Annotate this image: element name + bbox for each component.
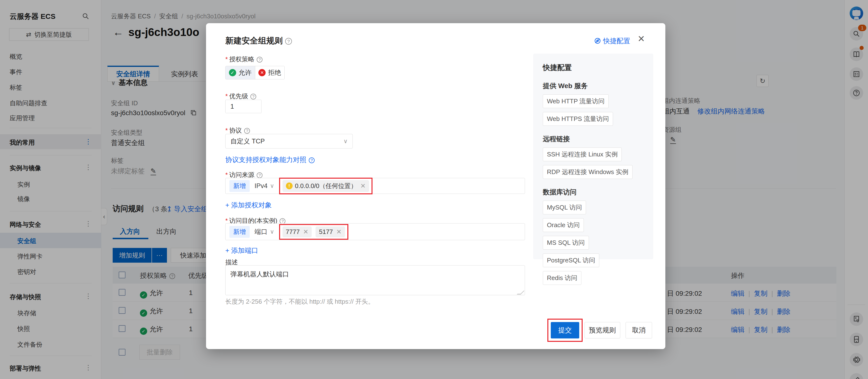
quick-config-toggle-link[interactable]: 快捷配置 <box>594 36 630 46</box>
protocol-select[interactable]: 自定义 TCP∨ <box>225 134 353 148</box>
allow-check-icon: ✓ <box>229 69 236 76</box>
warning-icon: ! <box>286 182 292 189</box>
ssh-linux-button[interactable]: SSH 远程连接 Linux 实例 <box>543 147 622 161</box>
policy-toggle: ✓允许 ✕拒绝 <box>225 66 285 80</box>
source-annotation-box: ! 0.0.0.0/0（任何位置） ✕ <box>279 178 372 194</box>
ipv4-dropdown[interactable]: IPv4∨ <box>254 182 274 190</box>
web-https-button[interactable]: Web HTTPS 流量访问 <box>543 112 613 126</box>
submit-button[interactable]: 提交 <box>551 322 579 339</box>
preview-rules-button[interactable]: 预览规则 <box>585 322 620 339</box>
help-icon[interactable]: ? <box>250 94 256 99</box>
help-icon[interactable]: ? <box>257 172 262 178</box>
deny-option[interactable]: ✕拒绝 <box>255 66 285 79</box>
chevron-down-icon: ∨ <box>270 228 274 235</box>
remote-section-header: 远程链接 <box>543 135 644 144</box>
remove-tag-icon[interactable]: ✕ <box>361 182 366 190</box>
desc-textarea[interactable]: 弹幕机器人默认端口 <box>225 265 525 295</box>
priority-input[interactable]: 1 <box>225 100 261 113</box>
desc-hint: 长度为 2-256 个字符，不能以 http:// 或 https:// 开头。 <box>225 297 374 306</box>
help-icon: ? <box>309 157 315 163</box>
quick-config-panel: 快捷配置 提供 Web 服务 Web HTTP 流量访问 Web HTTPS 流… <box>533 54 653 259</box>
db-section-header: 数据库访问 <box>543 187 644 197</box>
rdp-windows-button[interactable]: RDP 远程连接 Windows 实例 <box>543 165 632 179</box>
mssql-button[interactable]: MS SQL 访问 <box>543 236 589 250</box>
policy-label: *授权策略? <box>225 55 262 63</box>
cancel-button[interactable]: 取消 <box>625 322 652 339</box>
help-icon[interactable]: ? <box>244 128 250 134</box>
web-section-header: 提供 Web 服务 <box>543 81 644 90</box>
quick-config-title: 快捷配置 <box>543 63 644 72</box>
dest-box[interactable]: 新增 端口∨ 7777✕ 5177✕ <box>225 223 525 240</box>
add-port-link[interactable]: + 添加端口 <box>225 246 258 255</box>
mysql-button[interactable]: MySQL 访问 <box>543 201 586 214</box>
port-tag-7777[interactable]: 7777✕ <box>282 227 312 237</box>
help-icon[interactable]: ? <box>257 57 262 62</box>
eye-off-icon <box>594 37 601 45</box>
port-annotation-box: 7777✕ 5177✕ <box>279 224 348 240</box>
protocol-compare-link[interactable]: 协议支持授权对象能力对照? <box>225 155 315 165</box>
add-source-chip[interactable]: 新增 <box>229 180 250 192</box>
priority-label: *优先级? <box>225 92 256 100</box>
remove-tag-icon[interactable]: ✕ <box>336 228 342 236</box>
add-auth-object-link[interactable]: + 添加授权对象 <box>225 201 272 210</box>
help-icon[interactable]: ? <box>285 38 292 45</box>
chevron-down-icon: ∨ <box>343 138 348 145</box>
submit-annotation-box: 提交 <box>547 319 583 342</box>
allow-option[interactable]: ✓允许 <box>225 66 255 79</box>
source-tag[interactable]: ! 0.0.0.0/0（任何位置） ✕ <box>282 180 369 192</box>
dialog-title: 新建安全组规则? <box>225 35 292 46</box>
add-port-chip[interactable]: 新增 <box>229 226 250 238</box>
app-root: 云服务器 ECS ⇄ 切换至简捷版 概览 事件 标签 自助问题排查 应用管理 我… <box>0 0 868 379</box>
chevron-down-icon: ∨ <box>270 182 274 189</box>
port-dropdown[interactable]: 端口∨ <box>254 227 274 236</box>
remove-tag-icon[interactable]: ✕ <box>303 228 308 236</box>
protocol-label: *协议? <box>225 126 250 135</box>
create-rule-dialog: 新建安全组规则? 快捷配置 × *授权策略? ✓允许 ✕拒绝 *优先级? 1 *… <box>206 23 665 349</box>
postgresql-button[interactable]: PostgreSQL 访问 <box>543 254 599 267</box>
source-box[interactable]: 新增 IPv4∨ ! 0.0.0.0/0（任何位置） ✕ <box>225 178 525 194</box>
oracle-button[interactable]: Oracle 访问 <box>543 218 584 232</box>
web-http-button[interactable]: Web HTTP 流量访问 <box>543 94 609 108</box>
port-tag-5177[interactable]: 5177✕ <box>315 227 345 237</box>
deny-cross-icon: ✕ <box>258 69 266 76</box>
close-icon[interactable]: × <box>638 33 645 45</box>
redis-button[interactable]: Redis 访问 <box>543 271 581 285</box>
